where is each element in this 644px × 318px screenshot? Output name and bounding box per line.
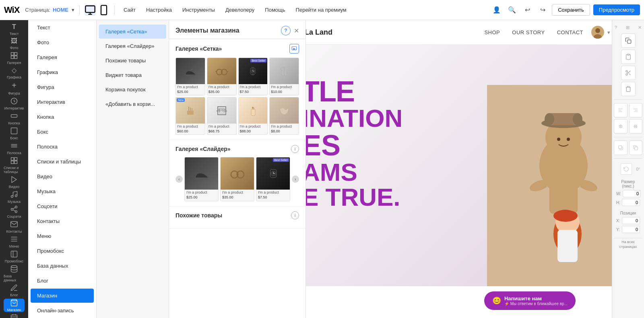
nav-tools[interactable]: Инструменты [178, 7, 219, 13]
subpanel-gallery-slider[interactable]: Галерея «Слайдер» [99, 39, 166, 53]
sidebar-item-shop[interactable]: Магазин [4, 299, 25, 312]
sidebar-item-contacts[interactable]: Контакты [4, 220, 25, 233]
sidebar-item-strip[interactable]: Полоска [4, 142, 25, 155]
sidebar-item-shape[interactable]: + Фигура [4, 81, 25, 95]
sidebar-shape[interactable]: Фигура [31, 80, 94, 94]
sidebar-booking[interactable]: Онлайн-запись [31, 304, 94, 318]
page-name[interactable]: HOME [53, 7, 68, 13]
sidebar-blog[interactable]: Блог [31, 274, 94, 288]
bring-forward-icon[interactable] [614, 140, 627, 155]
align-right-icon[interactable] [629, 103, 643, 118]
sidebar-item-music[interactable]: Музыка [4, 190, 25, 204]
sidebar-item-video[interactable]: Видео [4, 176, 25, 189]
user-avatar[interactable] [591, 26, 604, 39]
sidebar-box[interactable]: Бокс [31, 125, 94, 139]
help-icon[interactable]: ? [615, 25, 617, 30]
sidebar-item-button[interactable]: Кнопка [4, 112, 25, 125]
sidebar-photo[interactable]: Фото [31, 35, 94, 50]
sidebar-item-lists[interactable]: Списки и таблицы [4, 157, 25, 174]
product-cell-6[interactable]: I'm a product $88.00 [238, 97, 268, 135]
sidebar-item-database[interactable]: База данных [4, 265, 25, 282]
sidebar-item-booking[interactable]: Онлайн-запись [4, 314, 25, 318]
sidebar-text[interactable]: Текст [31, 21, 94, 35]
sidebar-item-gallery[interactable]: Галерея [4, 52, 25, 65]
nav-help[interactable]: Помощь [261, 7, 289, 13]
help-button[interactable]: ? [281, 26, 291, 35]
sidebar-contacts[interactable]: Контакты [31, 214, 94, 228]
product-cell-1[interactable]: I'm a product $35.00 [207, 58, 237, 95]
nav-site[interactable]: Сайт [120, 7, 140, 13]
slider-item-1[interactable]: I'm a product $35.00 [220, 157, 254, 201]
close-button[interactable]: ✕ [294, 27, 299, 35]
product-cell-0[interactable]: I'm a product $25.00 [175, 58, 205, 95]
sidebar-promo[interactable]: Промобокс [31, 244, 94, 258]
redo-icon[interactable]: ↪ [537, 4, 549, 16]
save-button[interactable]: Сохранить [552, 4, 590, 16]
nav-settings[interactable]: Настройка [142, 7, 176, 13]
gallery-slider-info-icon[interactable]: i [291, 145, 299, 153]
product-cell-2[interactable]: Best Seller I'm a product $7.50 [238, 58, 268, 95]
y-input[interactable]: 0 [622, 226, 640, 233]
align-left-icon[interactable] [614, 103, 627, 118]
nav-contact[interactable]: CONTACT [557, 29, 583, 35]
distribute-v-icon[interactable] [629, 119, 643, 134]
nav-dev[interactable]: Девелоперу [221, 7, 258, 13]
subpanel-similar[interactable]: Похожие товары [99, 54, 166, 68]
product-cell-3[interactable]: I'm a product $10.00 [269, 58, 299, 95]
height-input[interactable]: 0 [622, 199, 640, 206]
product-cell-4[interactable]: New I'm a product $60.00 [175, 97, 205, 135]
sidebar-menu[interactable]: Меню [31, 229, 94, 243]
sidebar-video[interactable]: Видео [31, 169, 94, 184]
sidebar-button[interactable]: Кнопка [31, 110, 94, 124]
mobile-view-icon[interactable] [98, 4, 109, 16]
subpanel-add-to-cart[interactable]: «Добавить в корзи... [99, 97, 166, 111]
copy-icon[interactable] [621, 33, 636, 48]
sidebar-social[interactable]: Соцсети [31, 199, 94, 213]
chat-bubble[interactable]: 😊 Напишите нам ⚡ Мы ответим в ближайшее … [484, 291, 576, 310]
paste-icon[interactable] [621, 50, 636, 64]
video-preview-icon[interactable] [289, 44, 299, 54]
sidebar-interactive[interactable]: Интерактив [31, 95, 94, 109]
sidebar-gallery[interactable]: Галерея [31, 50, 94, 64]
sidebar-graphics[interactable]: Графика [31, 65, 94, 79]
delete-icon[interactable] [621, 82, 636, 96]
sidebar-shop[interactable]: Магазин [31, 289, 94, 303]
slider-item-2[interactable]: Best Seller I'm a product $7.50 [256, 157, 290, 201]
slider-item-0[interactable]: I'm a product $25.00 [184, 157, 219, 201]
page-dropdown-icon[interactable]: ▾ [72, 7, 74, 13]
close-icon[interactable]: ✕ [638, 25, 642, 30]
sidebar-item-interactive[interactable]: Интерактив [4, 97, 25, 110]
slider-prev-button[interactable]: ‹ [175, 176, 183, 183]
gallery-grid-preview[interactable]: I'm a product $25.00 I'm a product $35.0… [175, 58, 299, 135]
sidebar-item-social[interactable]: Соцсети [4, 205, 25, 219]
grid-icon[interactable]: ⊞ [626, 25, 630, 30]
subpanel-widget[interactable]: Виджет товара [99, 68, 166, 82]
x-input[interactable]: 0 [622, 217, 640, 224]
sidebar-item-graphics[interactable]: ◇ Графика [4, 66, 25, 79]
nav-shop[interactable]: SHOP [484, 29, 500, 35]
sidebar-lists[interactable]: Списки и таблицы [31, 155, 94, 169]
slider-next-button[interactable]: › [292, 176, 299, 183]
subpanel-gallery-grid[interactable]: Галерея «Сетка» [99, 25, 166, 39]
sidebar-item-box[interactable]: Бокс [4, 127, 25, 140]
sidebar-database[interactable]: База данных [31, 259, 94, 273]
account-icon[interactable]: 👤 [491, 4, 503, 16]
preview-button[interactable]: Предпросмотр [593, 4, 640, 15]
desktop-view-icon[interactable] [85, 4, 96, 16]
send-backward-icon[interactable] [629, 140, 643, 155]
rotation-icon[interactable] [621, 163, 632, 175]
subpanel-cart[interactable]: Корзина покупок [99, 83, 166, 97]
nav-our-story[interactable]: OUR STORY [512, 29, 545, 35]
user-dropdown-icon[interactable]: ▾ [607, 29, 610, 35]
width-input[interactable]: 0 [623, 190, 641, 197]
sidebar-item-promo[interactable]: Промобокс [4, 250, 25, 263]
product-cell-5[interactable]: FOR YOURDESIGN I'm a product $68.75 [207, 97, 237, 135]
product-cell-7[interactable]: I'm a product $8.00 [269, 97, 299, 135]
undo-icon[interactable]: ↩ [521, 4, 533, 16]
distribute-h-icon[interactable] [614, 119, 627, 134]
nav-premium[interactable]: Перейти на премиум [292, 7, 351, 13]
sidebar-strip[interactable]: Полоска [31, 140, 94, 154]
sidebar-music[interactable]: Музыка [31, 184, 94, 198]
sidebar-item-photo[interactable]: 🖼 Фото [4, 37, 25, 50]
search-icon[interactable]: 🔍 [506, 4, 518, 16]
